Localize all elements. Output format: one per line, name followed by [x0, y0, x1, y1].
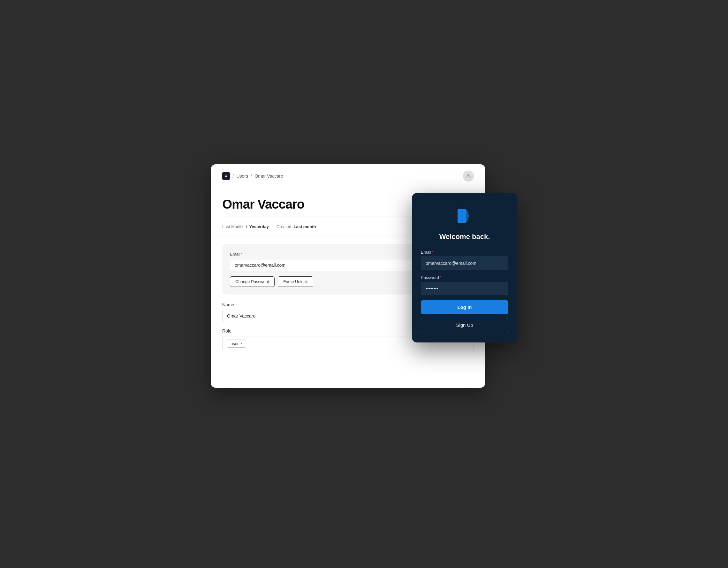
login-button[interactable]: Log In	[421, 300, 508, 314]
login-password-required: *	[440, 275, 441, 280]
login-form: Email* Password* Log In Sign Up	[421, 250, 508, 332]
role-tag-label: user	[231, 341, 239, 346]
role-remove-button[interactable]: ×	[240, 342, 243, 346]
login-title: Welcome back.	[439, 232, 490, 241]
role-tag: user ×	[227, 340, 246, 348]
breadcrumb-users-link[interactable]: Users	[236, 173, 248, 178]
change-password-button[interactable]: Change Password	[230, 276, 275, 287]
signup-button[interactable]: Sign Up	[421, 318, 508, 332]
last-modified-label: Last Modified: Yesterday	[222, 224, 269, 229]
app-logo	[222, 172, 230, 180]
page-title: Omar Vaccaro	[222, 197, 304, 211]
login-email-input[interactable]	[421, 256, 508, 270]
meta-left: Last Modified: Yesterday Created: Last m…	[222, 224, 316, 229]
login-modal: Welcome back. Email* Password* Log In Si…	[412, 193, 517, 343]
created-value: Last month	[294, 224, 316, 229]
svg-rect-2	[458, 209, 466, 223]
force-unlock-button[interactable]: Force Unlock	[278, 276, 313, 287]
breadcrumb: / Users / Omar Vaccaro	[222, 172, 283, 180]
login-email-required: *	[432, 250, 434, 254]
breadcrumb-sep-1: /	[232, 173, 234, 179]
last-modified-value: Yesterday	[249, 224, 269, 229]
login-password-input[interactable]	[421, 282, 508, 295]
breadcrumb-sep-2: /	[251, 173, 252, 179]
created-label: Created: Last month	[277, 224, 316, 229]
email-required-marker: *	[241, 252, 243, 256]
login-email-label: Email*	[421, 250, 508, 254]
login-password-label: Password*	[421, 275, 508, 280]
admin-header: / Users / Omar Vaccaro	[211, 164, 485, 188]
breadcrumb-current-page: Omar Vaccaro	[254, 173, 283, 178]
user-avatar-button[interactable]	[463, 170, 474, 181]
login-logo	[454, 206, 475, 226]
scene: / Users / Omar Vaccaro Omar Vaccaro Edit…	[211, 164, 517, 404]
